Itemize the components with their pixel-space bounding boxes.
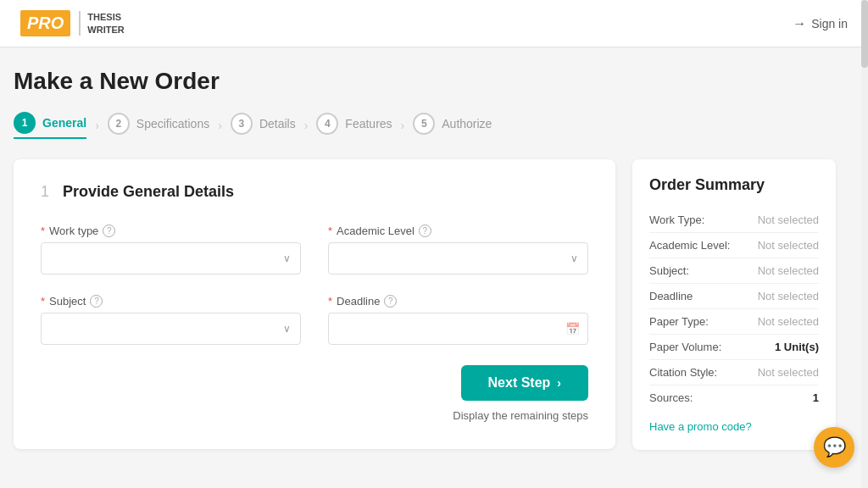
form-row-2: * Subject ? * Deadline bbox=[41, 295, 588, 345]
arrow-1: › bbox=[95, 119, 99, 132]
scrollbar-thumb[interactable] bbox=[861, 0, 868, 68]
logo-area: PRO THESIS WRITER bbox=[20, 10, 125, 36]
step-3-circle: 3 bbox=[231, 113, 253, 135]
step-2-circle: 2 bbox=[108, 113, 130, 135]
work-type-label: * Work type ? bbox=[41, 225, 301, 237]
summary-sources-value: 1 bbox=[813, 391, 819, 404]
summary-citation-style-label: Citation Style: bbox=[649, 366, 717, 379]
step-specifications[interactable]: 2 Specifications bbox=[108, 113, 209, 138]
step-5-label: Authorize bbox=[442, 117, 492, 130]
scrollbar-track bbox=[861, 0, 868, 488]
summary-work-type-label: Work Type: bbox=[649, 214, 704, 226]
summary-deadline-value: Not selected bbox=[758, 290, 819, 302]
summary-row-work-type: Work Type: Not selected bbox=[649, 208, 819, 233]
step-2-label: Specifications bbox=[136, 117, 209, 130]
subject-select-wrapper bbox=[41, 313, 301, 345]
promo-code-link[interactable]: Have a promo code? bbox=[649, 420, 819, 433]
arrow-2: › bbox=[218, 119, 222, 132]
chat-bubble[interactable]: 💬 bbox=[814, 427, 854, 468]
step-4-label: Features bbox=[345, 117, 392, 130]
deadline-group: * Deadline ? bbox=[328, 295, 588, 345]
form-card: 1 Provide General Details * Work type ? bbox=[14, 159, 615, 449]
summary-academic-level-value: Not selected bbox=[758, 239, 819, 252]
step-1-circle: 1 bbox=[14, 112, 36, 134]
stepper: 1 General › 2 Specifications › 3 Details… bbox=[14, 112, 836, 139]
summary-sources-label: Sources: bbox=[649, 391, 693, 404]
work-type-select[interactable] bbox=[41, 242, 301, 274]
form-section-header: 1 Provide General Details bbox=[41, 183, 588, 201]
chat-icon: 💬 bbox=[823, 436, 846, 458]
step-general[interactable]: 1 General bbox=[14, 112, 86, 139]
step-5-circle: 5 bbox=[413, 113, 435, 135]
work-type-select-wrapper bbox=[41, 242, 301, 274]
header: PRO THESIS WRITER → Sign in bbox=[0, 0, 868, 47]
summary-row-citation-style: Citation Style: Not selected bbox=[649, 360, 819, 385]
deadline-help-icon[interactable]: ? bbox=[384, 295, 397, 308]
subject-select[interactable] bbox=[41, 313, 301, 345]
step-4-circle: 4 bbox=[316, 113, 338, 135]
summary-deadline-label: Deadline bbox=[649, 290, 693, 302]
summary-row-subject: Subject: Not selected bbox=[649, 258, 819, 284]
next-step-button[interactable]: Next Step › bbox=[461, 365, 588, 401]
display-steps-link[interactable]: Display the remaining steps bbox=[453, 409, 588, 422]
step-details[interactable]: 3 Details bbox=[231, 113, 296, 138]
step-3-label: Details bbox=[259, 117, 296, 130]
summary-subject-label: Subject: bbox=[649, 264, 689, 277]
step-features[interactable]: 4 Features bbox=[316, 113, 392, 138]
arrow-4: › bbox=[401, 119, 405, 132]
work-type-required: * bbox=[41, 225, 45, 237]
summary-row-sources: Sources: 1 bbox=[649, 385, 819, 410]
sign-in-link[interactable]: → Sign in bbox=[793, 16, 848, 31]
subject-help-icon[interactable]: ? bbox=[90, 295, 103, 308]
subject-group: * Subject ? bbox=[41, 295, 301, 345]
subject-label: * Subject ? bbox=[41, 295, 301, 308]
arrow-3: › bbox=[304, 119, 309, 132]
work-type-help-icon[interactable]: ? bbox=[103, 225, 115, 237]
summary-academic-level-label: Academic Level: bbox=[649, 239, 730, 252]
subject-required: * bbox=[41, 295, 45, 308]
form-row-1: * Work type ? * Academi bbox=[41, 225, 588, 274]
deadline-input[interactable] bbox=[328, 313, 588, 345]
order-summary: Order Summary Work Type: Not selected Ac… bbox=[632, 159, 836, 450]
section-title: Provide General Details bbox=[63, 183, 234, 201]
summary-paper-type-label: Paper Type: bbox=[649, 315, 709, 328]
summary-title: Order Summary bbox=[649, 176, 819, 194]
summary-row-paper-type: Paper Type: Not selected bbox=[649, 309, 819, 335]
academic-level-required: * bbox=[328, 225, 332, 237]
summary-paper-volume-label: Paper Volume: bbox=[649, 341, 721, 353]
academic-level-group: * Academic Level ? bbox=[328, 225, 588, 274]
step-authorize[interactable]: 5 Authorize bbox=[413, 113, 492, 138]
next-step-label: Next Step bbox=[488, 375, 551, 391]
deadline-required: * bbox=[328, 295, 332, 308]
logo-pro: PRO bbox=[20, 10, 70, 36]
summary-subject-value: Not selected bbox=[758, 264, 819, 277]
logo-text: THESIS WRITER bbox=[79, 11, 124, 36]
deadline-date-wrapper bbox=[328, 313, 588, 345]
summary-citation-style-value: Not selected bbox=[758, 366, 819, 379]
summary-row-deadline: Deadline Not selected bbox=[649, 284, 819, 309]
deadline-label: * Deadline ? bbox=[328, 295, 588, 308]
academic-level-select[interactable] bbox=[328, 242, 588, 274]
summary-paper-type-value: Not selected bbox=[758, 315, 819, 328]
next-step-arrow-icon: › bbox=[557, 376, 561, 390]
summary-row-paper-volume: Paper Volume: 1 Unit(s) bbox=[649, 335, 819, 360]
summary-row-academic-level: Academic Level: Not selected bbox=[649, 233, 819, 258]
sign-in-icon: → bbox=[793, 16, 806, 31]
academic-level-select-wrapper bbox=[328, 242, 588, 274]
page-title: Make a New Order bbox=[14, 68, 836, 95]
summary-paper-volume-value: 1 Unit(s) bbox=[775, 341, 819, 353]
work-type-group: * Work type ? bbox=[41, 225, 301, 274]
sign-in-label: Sign in bbox=[811, 17, 848, 30]
main-layout: 1 Provide General Details * Work type ? bbox=[14, 159, 836, 450]
step-1-label: General bbox=[42, 116, 86, 130]
section-number: 1 bbox=[41, 183, 49, 201]
summary-work-type-value: Not selected bbox=[758, 214, 819, 226]
academic-level-help-icon[interactable]: ? bbox=[419, 225, 431, 237]
academic-level-label: * Academic Level ? bbox=[328, 225, 588, 237]
form-footer: Next Step › Display the remaining steps bbox=[41, 365, 588, 422]
